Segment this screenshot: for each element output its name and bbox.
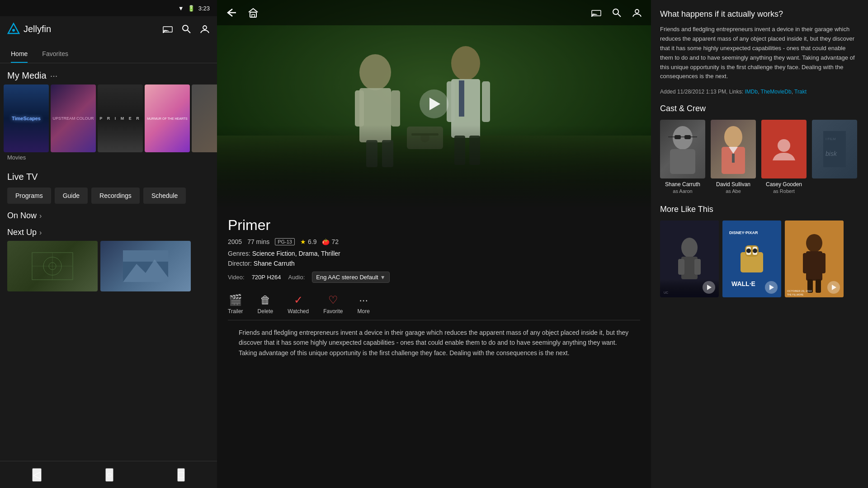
svg-rect-78 [819,253,826,273]
schedule-button[interactable]: Schedule [143,188,186,204]
delete-icon: 🗑 [260,294,271,306]
favorite-button[interactable]: ♡ Favorite [323,294,343,314]
david-role: as Abe [711,188,756,194]
svg-point-20 [613,9,618,14]
thumb-landscape[interactable] [100,241,191,291]
movie-director: Director: Shane Carruth [228,260,640,267]
audio-label: Audio: [288,274,305,281]
poster-timescapes[interactable]: TimeScapes [4,84,49,152]
my-media-more[interactable]: ··· [50,70,58,81]
added-meta-text: Added 11/28/2012 1:13 PM, Links: [660,89,743,95]
star-score: 6.9 [308,238,316,245]
casey-photo [761,120,807,178]
header-right [591,8,642,18]
play-button[interactable] [420,89,448,118]
guide-button[interactable]: Guide [55,188,88,204]
cast-row: Shane Carruth as Aaron David Sullivan [660,120,859,194]
svg-text:THE FILLMORE: THE FILLMORE [787,293,804,296]
next-up-row[interactable]: Next Up › [0,224,217,241]
home-nav-button[interactable] [248,8,259,18]
back-button[interactable]: ◁ [32,468,42,482]
profile-movie-button[interactable] [632,8,642,18]
trailer-button[interactable]: 🎬 Trailer [228,294,243,314]
svg-point-72 [753,249,757,253]
watched-button[interactable]: ✓ Watched [288,294,309,314]
cast-card-david[interactable]: David Sullivan as Abe [711,120,756,194]
movie-detail-panel: Primer 2005 77 mins PG-13 ★ 6.9 🍅 72 Gen… [217,0,651,488]
landscape-image [123,250,168,282]
cast-card-casey[interactable]: Casey Gooden as Robert [761,120,807,194]
svg-rect-61 [678,259,684,275]
svg-line-5 [188,30,190,33]
search-button[interactable] [182,24,191,33]
thumb-blueprint[interactable] [7,241,98,291]
live-tv-buttons: Programs Guide Recordings Schedule [7,188,210,204]
cast-movie-button[interactable] [591,9,601,17]
movie-title: Primer [228,217,640,234]
profile-movie-icon [632,8,642,18]
on-now-chevron: › [39,212,42,220]
cast-card-shane[interactable]: Shane Carruth as Aaron [660,120,705,194]
cast-movie-icon [591,9,601,17]
trakt-link[interactable]: Trakt [794,89,807,95]
svg-text:I FILM: I FILM [826,137,836,141]
audio-dropdown[interactable]: Eng AAC stereo Default ▼ [312,272,389,283]
cast-card-extra[interactable]: I FILM bisk [812,120,857,194]
on-now-row[interactable]: On Now › [0,204,217,224]
similar-card-3[interactable]: OCTOBER 23, 2010 THE FILLMORE [785,221,844,297]
tab-home[interactable]: Home [11,50,28,63]
tomato-score: 72 [331,238,339,245]
back-nav-button[interactable] [226,8,237,17]
more-button[interactable]: ··· More [358,294,370,314]
thumbnails-row [0,241,217,291]
programs-button[interactable]: Programs [7,188,51,204]
poster-upstream-color[interactable]: UPSTREAM COLOUR [51,84,96,152]
svg-marker-0 [8,23,19,33]
recents-button[interactable]: □ [177,468,185,482]
video-value: 720P H264 [252,274,281,281]
poster-murmur[interactable]: MURMUR OF THE HEARTS [145,84,190,152]
delete-button[interactable]: 🗑 Delete [258,294,274,314]
svg-rect-45 [675,135,681,139]
poster-primer[interactable]: P R I M E R [98,84,143,152]
header-icons [163,24,210,34]
play-overlay-1 [703,281,715,294]
svg-point-59 [681,238,698,258]
director-name: Shane Carruth [254,260,295,267]
watched-icon: ✓ [294,294,303,306]
home-icon [248,8,259,18]
similar-card-2[interactable]: DISNEY·PIXAR WALL·E [722,221,781,297]
next-up-label: Next Up [7,228,37,237]
logo-area: Jellyfin [7,23,51,35]
svg-point-6 [203,26,207,29]
movie-runtime: 77 mins [247,238,269,245]
svg-rect-44 [670,149,695,174]
tab-favorites[interactable]: Favorites [42,50,68,63]
svg-line-21 [618,14,621,17]
imdb-link[interactable]: IMDb [745,89,758,95]
movie-year: 2005 [228,238,242,245]
extra-portrait-icon: I FILM bisk [823,131,846,167]
more-like-row: UC DISNEY·PIXAR WALL· [660,221,859,297]
cast-button[interactable] [163,25,173,33]
recordings-button[interactable]: Recordings [91,188,140,204]
trailer-icon: 🎬 [229,294,242,306]
profile-button[interactable] [200,24,210,34]
time-display: 3:23 [198,5,210,12]
themoviedb-link[interactable]: TheMovieDb [761,89,792,95]
casey-role: as Robert [761,188,807,194]
watched-label: Watched [288,308,309,314]
header-left [226,8,259,18]
delete-label: Delete [258,308,274,314]
svg-rect-53 [732,154,735,163]
svg-point-4 [183,25,188,31]
play-triangle-icon [429,98,440,110]
poster-extra[interactable] [192,84,217,152]
search-movie-button[interactable] [612,8,621,17]
svg-text:bisk: bisk [826,150,837,157]
similar-card-1[interactable]: UC [660,221,719,297]
home-button[interactable]: ○ [105,468,113,482]
star-rating: ★ 6.9 [300,238,316,245]
right-panel: What happens if it actually works? Frien… [651,0,868,488]
action-buttons: 🎬 Trailer 🗑 Delete ✓ Watched ♡ Favorite … [228,290,640,320]
